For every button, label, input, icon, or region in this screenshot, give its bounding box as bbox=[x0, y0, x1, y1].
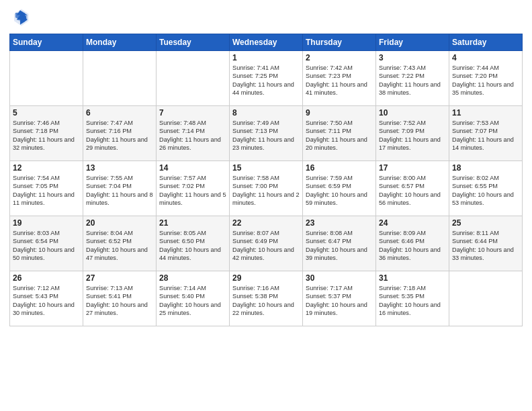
weekday-header-sunday: Sunday bbox=[10, 34, 83, 51]
day-info: Sunrise: 7:58 AM Sunset: 7:00 PM Dayligh… bbox=[232, 174, 300, 208]
day-info: Sunrise: 7:44 AM Sunset: 7:20 PM Dayligh… bbox=[452, 64, 519, 97]
day-info: Sunrise: 7:14 AM Sunset: 5:40 PM Dayligh… bbox=[159, 284, 226, 318]
day-number: 8 bbox=[232, 108, 300, 118]
calendar-cell: 23Sunrise: 8:08 AM Sunset: 6:47 PM Dayli… bbox=[303, 216, 376, 271]
day-info: Sunrise: 7:16 AM Sunset: 5:38 PM Dayligh… bbox=[232, 284, 300, 318]
day-info: Sunrise: 8:00 AM Sunset: 6:57 PM Dayligh… bbox=[379, 174, 446, 208]
day-info: Sunrise: 7:41 AM Sunset: 7:25 PM Dayligh… bbox=[232, 64, 300, 97]
day-info: Sunrise: 8:11 AM Sunset: 6:44 PM Dayligh… bbox=[452, 229, 519, 263]
day-number: 14 bbox=[159, 163, 226, 173]
day-info: Sunrise: 7:50 AM Sunset: 7:11 PM Dayligh… bbox=[306, 119, 373, 152]
calendar-cell bbox=[449, 271, 523, 326]
calendar-cell: 9Sunrise: 7:50 AM Sunset: 7:11 PM Daylig… bbox=[303, 106, 376, 161]
day-number: 2 bbox=[306, 53, 373, 62]
calendar-cell: 8Sunrise: 7:49 AM Sunset: 7:13 PM Daylig… bbox=[230, 106, 303, 161]
day-info: Sunrise: 7:57 AM Sunset: 7:02 PM Dayligh… bbox=[159, 174, 226, 208]
day-info: Sunrise: 7:52 AM Sunset: 7:09 PM Dayligh… bbox=[379, 119, 446, 152]
weekday-header-thursday: Thursday bbox=[303, 34, 376, 51]
day-info: Sunrise: 8:05 AM Sunset: 6:50 PM Dayligh… bbox=[159, 229, 226, 263]
day-info: Sunrise: 8:09 AM Sunset: 6:46 PM Dayligh… bbox=[379, 229, 446, 263]
week-row-3: 12Sunrise: 7:54 AM Sunset: 7:05 PM Dayli… bbox=[10, 161, 523, 216]
day-info: Sunrise: 8:02 AM Sunset: 6:55 PM Dayligh… bbox=[452, 174, 519, 208]
header bbox=[9, 7, 523, 28]
week-row-2: 5Sunrise: 7:46 AM Sunset: 7:18 PM Daylig… bbox=[10, 106, 523, 161]
day-info: Sunrise: 7:53 AM Sunset: 7:07 PM Dayligh… bbox=[452, 119, 519, 152]
day-info: Sunrise: 7:46 AM Sunset: 7:18 PM Dayligh… bbox=[13, 119, 80, 152]
day-number: 29 bbox=[232, 273, 300, 283]
day-number: 7 bbox=[159, 108, 226, 118]
calendar-cell: 11Sunrise: 7:53 AM Sunset: 7:07 PM Dayli… bbox=[449, 106, 523, 161]
calendar-cell: 3Sunrise: 7:43 AM Sunset: 7:22 PM Daylig… bbox=[376, 51, 449, 106]
page: SundayMondayTuesdayWednesdayThursdayFrid… bbox=[0, 0, 532, 411]
day-info: Sunrise: 7:43 AM Sunset: 7:22 PM Dayligh… bbox=[379, 64, 446, 97]
day-number: 5 bbox=[13, 108, 80, 118]
day-number: 6 bbox=[86, 108, 153, 118]
day-info: Sunrise: 7:42 AM Sunset: 7:23 PM Dayligh… bbox=[306, 64, 373, 97]
day-number: 27 bbox=[86, 273, 153, 283]
day-number: 17 bbox=[379, 163, 446, 173]
calendar-cell: 13Sunrise: 7:55 AM Sunset: 7:04 PM Dayli… bbox=[83, 161, 157, 216]
weekday-header-saturday: Saturday bbox=[449, 34, 523, 51]
week-row-4: 19Sunrise: 8:03 AM Sunset: 6:54 PM Dayli… bbox=[10, 216, 523, 271]
day-number: 1 bbox=[232, 53, 300, 62]
calendar-cell: 19Sunrise: 8:03 AM Sunset: 6:54 PM Dayli… bbox=[10, 216, 83, 271]
weekday-header-wednesday: Wednesday bbox=[230, 34, 303, 51]
day-number: 26 bbox=[13, 273, 80, 283]
day-info: Sunrise: 8:03 AM Sunset: 6:54 PM Dayligh… bbox=[13, 229, 80, 263]
calendar-cell: 31Sunrise: 7:18 AM Sunset: 5:35 PM Dayli… bbox=[376, 271, 449, 326]
day-number: 22 bbox=[232, 218, 300, 228]
calendar-cell: 1Sunrise: 7:41 AM Sunset: 7:25 PM Daylig… bbox=[230, 51, 303, 106]
calendar-cell: 22Sunrise: 8:07 AM Sunset: 6:49 PM Dayli… bbox=[230, 216, 303, 271]
calendar-cell: 2Sunrise: 7:42 AM Sunset: 7:23 PM Daylig… bbox=[303, 51, 376, 106]
day-number: 21 bbox=[159, 218, 226, 228]
day-number: 15 bbox=[232, 163, 300, 173]
day-info: Sunrise: 7:49 AM Sunset: 7:13 PM Dayligh… bbox=[232, 119, 300, 152]
day-info: Sunrise: 7:47 AM Sunset: 7:16 PM Dayligh… bbox=[86, 119, 153, 152]
calendar-cell: 30Sunrise: 7:17 AM Sunset: 5:37 PM Dayli… bbox=[303, 271, 376, 326]
calendar-cell bbox=[10, 51, 83, 106]
day-number: 3 bbox=[379, 53, 446, 62]
day-number: 20 bbox=[86, 218, 153, 228]
weekday-header-row: SundayMondayTuesdayWednesdayThursdayFrid… bbox=[10, 34, 523, 51]
day-number: 9 bbox=[306, 108, 373, 118]
day-number: 12 bbox=[13, 163, 80, 173]
day-number: 18 bbox=[452, 163, 519, 173]
calendar-cell: 21Sunrise: 8:05 AM Sunset: 6:50 PM Dayli… bbox=[157, 216, 230, 271]
calendar-cell: 24Sunrise: 8:09 AM Sunset: 6:46 PM Dayli… bbox=[376, 216, 449, 271]
day-number: 11 bbox=[452, 108, 519, 118]
day-number: 31 bbox=[379, 273, 446, 283]
day-number: 25 bbox=[452, 218, 519, 228]
calendar-table: SundayMondayTuesdayWednesdayThursdayFrid… bbox=[9, 34, 523, 326]
day-info: Sunrise: 7:13 AM Sunset: 5:41 PM Dayligh… bbox=[86, 284, 153, 318]
day-number: 24 bbox=[379, 218, 446, 228]
calendar-cell: 6Sunrise: 7:47 AM Sunset: 7:16 PM Daylig… bbox=[83, 106, 157, 161]
day-info: Sunrise: 7:54 AM Sunset: 7:05 PM Dayligh… bbox=[13, 174, 80, 208]
calendar-cell bbox=[83, 51, 157, 106]
calendar-cell: 26Sunrise: 7:12 AM Sunset: 5:43 PM Dayli… bbox=[10, 271, 83, 326]
day-info: Sunrise: 7:18 AM Sunset: 5:35 PM Dayligh… bbox=[379, 284, 446, 318]
day-info: Sunrise: 7:59 AM Sunset: 6:59 PM Dayligh… bbox=[306, 174, 373, 208]
calendar-cell: 5Sunrise: 7:46 AM Sunset: 7:18 PM Daylig… bbox=[10, 106, 83, 161]
week-row-1: 1Sunrise: 7:41 AM Sunset: 7:25 PM Daylig… bbox=[10, 51, 523, 106]
logo-icon bbox=[9, 7, 31, 28]
day-number: 23 bbox=[306, 218, 373, 228]
day-number: 19 bbox=[13, 218, 80, 228]
calendar-cell: 20Sunrise: 8:04 AM Sunset: 6:52 PM Dayli… bbox=[83, 216, 157, 271]
calendar-cell: 10Sunrise: 7:52 AM Sunset: 7:09 PM Dayli… bbox=[376, 106, 449, 161]
calendar-cell: 4Sunrise: 7:44 AM Sunset: 7:20 PM Daylig… bbox=[449, 51, 523, 106]
weekday-header-tuesday: Tuesday bbox=[157, 34, 230, 51]
calendar-cell: 14Sunrise: 7:57 AM Sunset: 7:02 PM Dayli… bbox=[157, 161, 230, 216]
day-number: 4 bbox=[452, 53, 519, 62]
logo bbox=[9, 7, 34, 28]
day-info: Sunrise: 7:17 AM Sunset: 5:37 PM Dayligh… bbox=[306, 284, 373, 318]
calendar-cell: 15Sunrise: 7:58 AM Sunset: 7:00 PM Dayli… bbox=[230, 161, 303, 216]
day-info: Sunrise: 8:07 AM Sunset: 6:49 PM Dayligh… bbox=[232, 229, 300, 263]
weekday-header-monday: Monday bbox=[83, 34, 157, 51]
calendar-cell: 7Sunrise: 7:48 AM Sunset: 7:14 PM Daylig… bbox=[157, 106, 230, 161]
calendar-cell: 12Sunrise: 7:54 AM Sunset: 7:05 PM Dayli… bbox=[10, 161, 83, 216]
weekday-header-friday: Friday bbox=[376, 34, 449, 51]
day-info: Sunrise: 7:12 AM Sunset: 5:43 PM Dayligh… bbox=[13, 284, 80, 318]
calendar-cell: 16Sunrise: 7:59 AM Sunset: 6:59 PM Dayli… bbox=[303, 161, 376, 216]
calendar-cell: 27Sunrise: 7:13 AM Sunset: 5:41 PM Dayli… bbox=[83, 271, 157, 326]
day-info: Sunrise: 8:08 AM Sunset: 6:47 PM Dayligh… bbox=[306, 229, 373, 263]
